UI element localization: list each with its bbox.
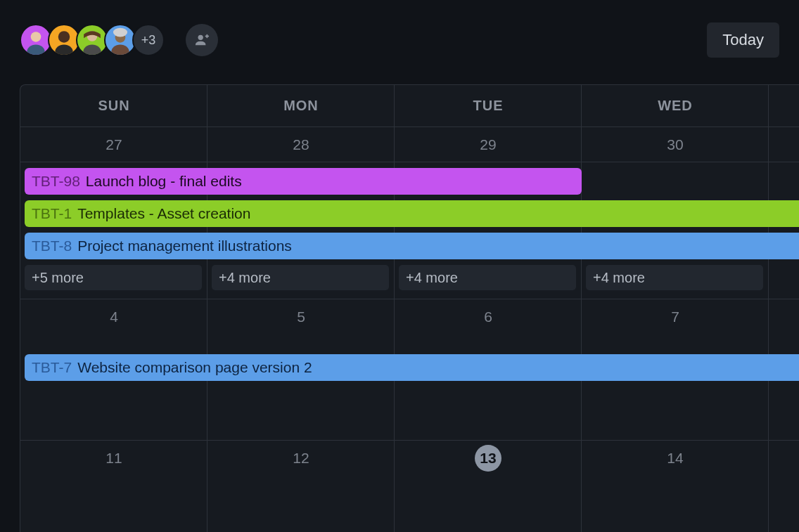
event-key: TBT-7 <box>32 359 72 376</box>
svg-point-8 <box>111 44 129 55</box>
date-cell[interactable]: 12 <box>207 441 395 476</box>
event-key: TBT-98 <box>32 173 80 190</box>
events-area: TBT-7 Website comparison page version 2 <box>20 354 799 381</box>
more-events-button[interactable]: +5 more <box>25 265 202 290</box>
date-cell[interactable]: 5 <box>207 299 395 335</box>
add-user-icon <box>194 32 210 48</box>
date-cell[interactable]: 6 <box>395 299 582 335</box>
add-user-button[interactable] <box>186 24 218 56</box>
more-events-button[interactable]: +4 more <box>399 265 576 290</box>
date-cell[interactable]: 29 <box>395 127 582 162</box>
avatar-group: +3 <box>20 24 218 56</box>
calendar-grid: SUN MON TUE WED 27 28 29 30 TBT-98 Launc… <box>20 84 799 532</box>
date-cell[interactable]: 11 <box>20 441 207 476</box>
date-row: 27 28 29 30 <box>20 127 799 162</box>
date-cell[interactable]: 7 <box>582 299 769 335</box>
weekday-header: MON <box>207 85 395 126</box>
date-cell[interactable]: 30 <box>582 127 769 162</box>
weekday-header: WED <box>582 85 769 126</box>
date-cell[interactable]: 14 <box>582 441 769 476</box>
date-cell[interactable]: 4 <box>20 299 207 335</box>
svg-point-5 <box>83 44 101 55</box>
avatar-overflow-label: +3 <box>141 33 156 48</box>
svg-point-9 <box>198 35 203 40</box>
more-events-button[interactable]: +4 more <box>212 265 389 290</box>
date-cell-today[interactable]: 13 <box>395 441 582 476</box>
svg-point-2 <box>58 31 70 42</box>
event-title: Website comparison page version 2 <box>77 359 312 376</box>
event-title: Launch blog - final edits <box>86 173 242 190</box>
event-title: Templates - Asset creation <box>77 205 250 222</box>
events-area: TBT-98 Launch blog - final edits TBT-1 T… <box>20 168 799 290</box>
date-cell[interactable]: 27 <box>20 127 207 162</box>
svg-point-0 <box>31 32 41 42</box>
today-button[interactable]: Today <box>707 22 779 58</box>
event-bar[interactable]: TBT-1 Templates - Asset creation <box>25 200 799 227</box>
event-bar[interactable]: TBT-7 Website comparison page version 2 <box>25 354 799 381</box>
more-events-button[interactable]: +4 more <box>586 265 763 290</box>
today-button-label: Today <box>722 31 764 48</box>
svg-point-7 <box>113 28 127 37</box>
svg-point-1 <box>27 44 45 55</box>
date-row: 11 12 13 14 <box>20 441 799 476</box>
weekday-header-row: SUN MON TUE WED <box>20 85 799 127</box>
event-bar[interactable]: TBT-98 Launch blog - final edits <box>25 168 582 195</box>
svg-point-3 <box>55 44 73 55</box>
more-row: +5 more +4 more +4 more +4 more <box>20 265 799 290</box>
date-cell[interactable]: 28 <box>207 127 395 162</box>
weekday-header: SUN <box>20 85 207 126</box>
top-bar: +3 Today <box>20 21 779 59</box>
date-row: 4 5 6 7 <box>20 299 799 335</box>
event-title: Project management illustrations <box>77 238 292 254</box>
weekday-header: TUE <box>395 85 582 126</box>
avatar-overflow-count[interactable]: +3 <box>132 24 165 56</box>
event-key: TBT-8 <box>32 238 72 254</box>
event-key: TBT-1 <box>32 205 72 222</box>
event-bar[interactable]: TBT-8 Project management illustrations <box>25 233 799 259</box>
today-indicator: 13 <box>475 445 501 472</box>
